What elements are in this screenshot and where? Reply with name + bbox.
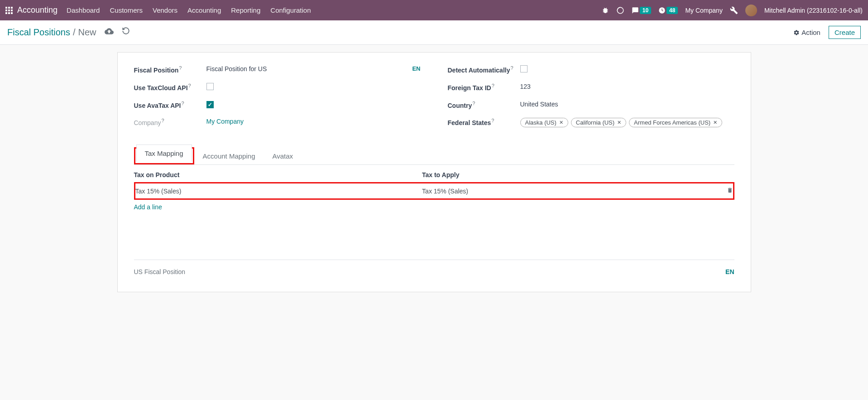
company-switcher[interactable]: My Company — [685, 7, 722, 14]
svg-rect-3 — [5, 10, 7, 11]
create-button[interactable]: Create — [829, 26, 861, 39]
label-company: Company? — [134, 118, 206, 126]
label-country: Country? — [448, 101, 520, 109]
footer-note[interactable]: US Fiscal Position — [134, 268, 186, 275]
value-company[interactable]: My Company — [206, 118, 421, 125]
apps-icon[interactable] — [5, 7, 13, 14]
value-foreign-tax[interactable]: 123 — [520, 83, 734, 90]
navbar-right: 10 48 My Company Mitchell Admin (2231610… — [602, 5, 863, 16]
breadcrumb-current: New — [78, 27, 96, 38]
svg-rect-2 — [11, 7, 13, 9]
checkbox-detect-auto[interactable] — [520, 65, 528, 72]
tag-remove-icon[interactable]: ✕ — [617, 120, 621, 125]
checkbox-taxcloud[interactable] — [206, 83, 214, 90]
breadcrumb-root[interactable]: Fiscal Positions — [7, 27, 70, 38]
menu-vendors[interactable]: Vendors — [153, 6, 177, 14]
lang-badge[interactable]: EN — [407, 65, 420, 72]
menu-dashboard[interactable]: Dashboard — [67, 6, 100, 14]
cell-tax-to-apply[interactable]: Tax 15% (Sales) — [422, 188, 715, 195]
breadcrumb-separator: / — [73, 27, 76, 38]
svg-rect-7 — [8, 12, 10, 14]
footer-lang-badge[interactable]: EN — [725, 268, 734, 275]
form-footer: US Fiscal Position EN — [134, 260, 734, 275]
svg-rect-1 — [8, 7, 10, 9]
tab-avatax[interactable]: Avatax — [264, 147, 302, 164]
action-button[interactable]: Action — [793, 29, 820, 36]
label-foreign-tax: Foreign Tax ID? — [448, 83, 520, 92]
label-fiscal-position: Fiscal Position? — [134, 65, 206, 74]
messages-badge: 10 — [640, 7, 651, 14]
table-row[interactable]: Tax 15% (Sales) Tax 15% (Sales) — [135, 183, 733, 198]
menu-reporting[interactable]: Reporting — [231, 6, 260, 14]
activities-badge: 48 — [667, 7, 678, 14]
cloud-save-icon[interactable] — [105, 27, 114, 38]
svg-rect-8 — [11, 12, 13, 14]
svg-rect-0 — [5, 7, 7, 9]
tag-remove-icon[interactable]: ✕ — [713, 120, 717, 125]
highlight-tab: Tax Mapping — [134, 147, 194, 164]
cell-tax-on-product[interactable]: Tax 15% (Sales) — [135, 188, 422, 195]
bug-icon[interactable] — [602, 7, 609, 14]
label-taxcloud: Use TaxCloud API? — [134, 83, 206, 92]
tag-state[interactable]: Alaska (US)✕ — [520, 118, 568, 127]
label-states: Federal States? — [448, 118, 520, 126]
value-country[interactable]: United States — [520, 101, 734, 108]
messages-icon[interactable]: 10 — [632, 7, 651, 14]
breadcrumb: Fiscal Positions / New — [7, 27, 96, 38]
col-tax-to-apply: Tax to Apply — [422, 171, 716, 178]
avatar[interactable] — [745, 5, 757, 16]
tax-mapping-table: Tax on Product Tax to Apply Tax 15% (Sal… — [134, 168, 734, 251]
debug-tools-icon[interactable] — [730, 6, 738, 14]
form-right-column: Detect Automatically? Foreign Tax ID? 12… — [448, 65, 734, 136]
svg-rect-6 — [5, 12, 7, 14]
svg-rect-5 — [11, 10, 13, 11]
support-icon[interactable] — [616, 6, 624, 14]
tag-state[interactable]: Armed Forces Americas (US)✕ — [629, 118, 722, 127]
label-avatax: Use AvaTax API? — [134, 101, 206, 109]
tab-tax-mapping[interactable]: Tax Mapping — [136, 145, 192, 162]
row-delete-icon[interactable] — [715, 187, 733, 195]
highlight-row: Tax 15% (Sales) Tax 15% (Sales) — [134, 182, 734, 200]
form-sheet: Fiscal Position? Fiscal Position for US … — [117, 52, 751, 292]
user-menu[interactable]: Mitchell Admin (22316102-16-0-all) — [764, 7, 863, 14]
tag-state[interactable]: California (US)✕ — [571, 118, 626, 127]
tabs: Tax Mapping Account Mapping Avatax — [134, 147, 734, 165]
main-menu: Dashboard Customers Vendors Accounting R… — [67, 6, 311, 14]
app-brand[interactable]: Accounting — [17, 5, 58, 15]
checkbox-avatax[interactable] — [206, 101, 214, 108]
menu-accounting[interactable]: Accounting — [187, 6, 221, 14]
svg-rect-4 — [8, 10, 10, 11]
control-panel: Fiscal Positions / New Action Create — [0, 20, 868, 45]
col-tax-on-product: Tax on Product — [134, 171, 422, 178]
tag-remove-icon[interactable]: ✕ — [559, 120, 563, 125]
states-tags[interactable]: Alaska (US)✕ California (US)✕ Armed Forc… — [520, 118, 734, 127]
top-navbar: Accounting Dashboard Customers Vendors A… — [0, 0, 868, 20]
form-left-column: Fiscal Position? Fiscal Position for US … — [134, 65, 421, 136]
tab-account-mapping[interactable]: Account Mapping — [194, 147, 264, 164]
label-detect-auto: Detect Automatically? — [448, 65, 520, 74]
discard-icon[interactable] — [122, 27, 130, 38]
activities-icon[interactable]: 48 — [658, 7, 678, 14]
menu-configuration[interactable]: Configuration — [270, 6, 311, 14]
menu-customers[interactable]: Customers — [110, 6, 143, 14]
add-line-link[interactable]: Add a line — [134, 200, 734, 214]
value-fiscal-position[interactable]: Fiscal Position for US — [206, 65, 267, 72]
